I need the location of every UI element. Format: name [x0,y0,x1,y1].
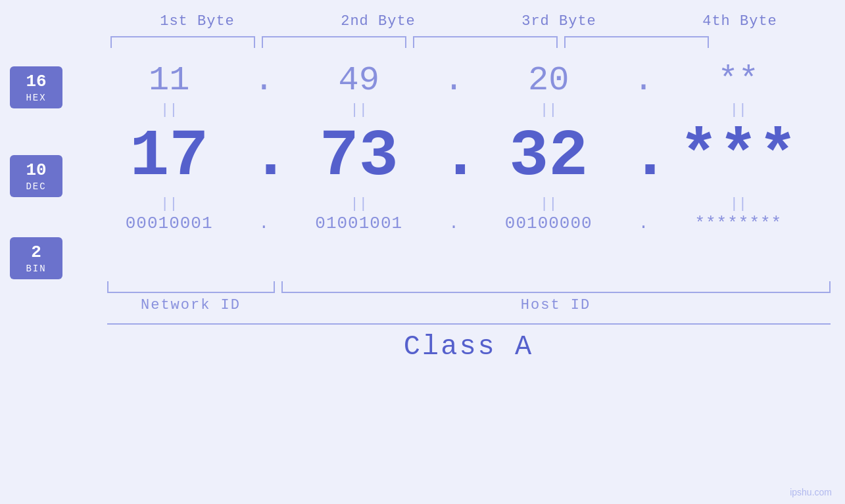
hex-val-4: ** [666,61,811,100]
bracket-seg-2 [262,36,406,48]
bottom-labels-row: Network ID Host ID [107,297,831,313]
main-container: 1st Byte 2nd Byte 3rd Byte 4th Byte 16 H… [0,0,845,504]
host-id-label: Host ID [281,297,831,313]
eq-2-4: || [666,196,811,212]
bin-dot-2: . [441,214,467,233]
dot-3: . [631,61,657,100]
bottom-bracket-row [107,281,831,293]
class-bracket-line [107,323,831,325]
bin-val-1: 00010001 [97,214,241,233]
equals-row-2: || || || || [92,194,815,214]
byte-header-1: 1st Byte [125,13,270,30]
dot-2: . [441,61,467,100]
rows-section: 16 HEX 10 DEC 2 BIN [0,61,845,278]
network-id-label: Network ID [107,297,275,313]
dec-dot-3: . [631,120,657,194]
dec-num: 10 [12,160,60,181]
bin-badge-wrap: 2 BIN [10,239,92,278]
hex-badge-wrap: 16 HEX [10,61,92,114]
labels-column: 16 HEX 10 DEC 2 BIN [0,61,92,278]
hex-val-3: 20 [476,61,621,100]
dec-val-1: 17 [97,120,241,194]
hex-badge: 16 HEX [10,66,62,108]
bin-badge: 2 BIN [10,237,62,279]
values-column: 11 . 49 . 20 . ** || || || || 17 [92,61,815,278]
eq-1-1: || [97,102,241,118]
bin-label: BIN [12,263,60,274]
hex-label: HEX [12,93,60,103]
eq-2-2: || [287,196,431,212]
byte-header-3: 3rd Byte [487,13,631,30]
hex-num: 16 [12,72,60,92]
bin-dot-3: . [631,214,657,233]
dot-1: . [251,61,277,100]
bin-val-2: 01001001 [287,214,431,233]
hex-val-1: 11 [97,61,241,100]
bin-dot-1: . [251,214,277,233]
watermark: ipshu.com [790,487,832,497]
dec-badge-wrap: 10 DEC [10,133,92,219]
bottom-section: Network ID Host ID [107,281,831,313]
bracket-seg-4 [564,36,709,48]
eq1-spacer [10,114,92,133]
bin-val-3: 00100000 [476,214,621,233]
host-bracket [281,281,831,293]
eq-2-1: || [97,196,241,212]
eq-1-4: || [666,102,811,118]
bin-val-4: ******** [666,214,811,233]
eq-1-2: || [287,102,431,118]
byte-headers-row: 1st Byte 2nd Byte 3rd Byte 4th Byte [107,13,831,30]
hex-val-2: 49 [287,61,431,100]
hex-value-row: 11 . 49 . 20 . ** [92,61,815,100]
dec-badge: 10 DEC [10,155,62,196]
byte-header-2: 2nd Byte [306,13,450,30]
dec-val-2: 73 [287,120,431,194]
dec-value-row: 17 . 73 . 32 . *** [92,120,815,194]
eq2-spacer [10,219,92,239]
bin-value-row: 00010001 . 01001001 . 00100000 . *******… [92,214,815,233]
bracket-seg-1 [110,36,255,48]
equals-row-1: || || || || [92,100,815,120]
bin-num: 2 [12,242,60,263]
class-section: Class A [107,323,831,363]
dec-val-4: *** [666,120,811,194]
eq-2-3: || [476,196,621,212]
dec-dot-2: . [441,120,467,194]
dec-label: DEC [12,181,60,192]
byte-header-4: 4th Byte [667,13,812,30]
eq-1-3: || [476,102,621,118]
dec-val-3: 32 [476,120,621,194]
top-bracket [107,36,831,48]
class-label: Class A [107,331,831,363]
network-bracket [107,281,275,293]
bracket-seg-3 [413,36,558,48]
dec-dot-1: . [251,120,277,194]
